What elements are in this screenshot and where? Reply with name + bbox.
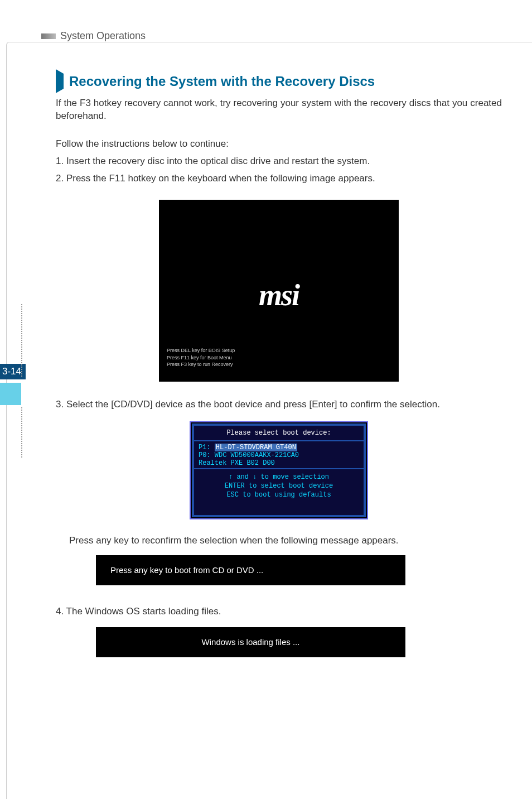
boot-item-1: P1: HL-DT-STDVDRAM GT40N: [199, 444, 359, 451]
section-heading: Recovering the System with the Recovery …: [56, 74, 502, 89]
boot-device-inner: Please select boot device: P1: HL-DT-STD…: [192, 423, 366, 517]
boot-menu-hint: ↑ and ↓ to move selection ENTER to selec…: [194, 468, 364, 502]
step-1: 1. Insert the recovery disc into the opt…: [56, 155, 502, 168]
content-area: Recovering the System with the Recovery …: [56, 74, 502, 677]
dotted-line-decor-2: [21, 407, 22, 458]
step-3-sub: Press any key to reconfirm the selection…: [69, 535, 502, 546]
section-heading-text: Recovering the System with the Recovery …: [69, 74, 375, 89]
bios-hint-line3: Press F3 key to run Recovery: [167, 361, 235, 368]
msi-logo: msi: [259, 278, 299, 312]
bios-hint-line1: Press DEL key for BOIS Setup: [167, 347, 235, 354]
press-key-text: Press any key to boot from CD or DVD ...: [110, 565, 263, 575]
boot-item-1-selected: HL-DT-STDVDRAM GT40N: [215, 444, 297, 451]
boot-menu-list: P1: HL-DT-STDVDRAM GT40N P0: WDC WD5000A…: [194, 441, 364, 468]
step-3: 3. Select the [CD/DVD] device as the boo…: [56, 398, 502, 411]
intro-paragraph: If the F3 hotkey recovery cannot work, t…: [56, 97, 502, 123]
step-2: 2. Press the F11 hotkey on the keyboard …: [56, 172, 502, 185]
boot-menu-title: Please select boot device:: [194, 426, 364, 441]
boot-hint-line2: ENTER to select boot device: [194, 482, 364, 490]
header-decor: [41, 33, 56, 39]
bios-splash-screenshot: msi Press DEL key for BOIS Setup Press F…: [159, 200, 399, 382]
dotted-line-decor: [21, 304, 22, 377]
page-header: System Operations: [41, 30, 146, 42]
step-4: 4. The Windows OS starts loading files.: [56, 605, 502, 618]
boot-item-2: P0: WDC WD5000AAKX-221CA0: [199, 451, 359, 459]
bios-hint-line2: Press F11 key for Boot Menu: [167, 354, 235, 362]
chevron-right-icon: [56, 74, 64, 89]
boot-hint-line1: ↑ and ↓ to move selection: [194, 473, 364, 482]
press-key-bar: Press any key to boot from CD or DVD ...: [96, 555, 405, 585]
page-number-decor: [0, 383, 21, 405]
header-title: System Operations: [60, 30, 146, 42]
boot-hint-line3: ESC to boot using defaults: [194, 490, 364, 499]
loading-bar: Windows is loading files ...: [96, 627, 405, 657]
follow-text: Follow the instructions below to continu…: [56, 138, 502, 150]
loading-text: Windows is loading files ...: [202, 637, 300, 647]
boot-device-menu-screenshot: Please select boot device: P1: HL-DT-STD…: [190, 421, 368, 519]
boot-item-3: Realtek PXE B02 D00: [199, 459, 359, 467]
bios-hint-text: Press DEL key for BOIS Setup Press F11 k…: [167, 347, 235, 368]
